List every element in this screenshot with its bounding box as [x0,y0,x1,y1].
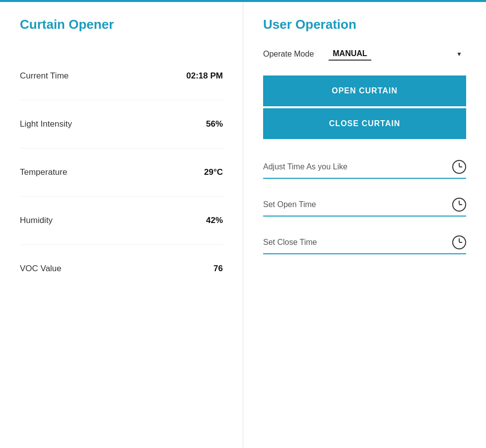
sensor-row: Temperature 29°C [20,149,223,197]
sensor-label: Humidity [20,216,53,225]
close-curtain-button[interactable]: CLOSE CURTAIN [263,108,466,139]
sensor-row: VOC Value 76 [20,245,223,293]
right-panel-title: User Operation [263,17,466,32]
operate-mode-row: Operate Mode MANUALAUTOTIMER [263,47,466,61]
time-input-row-1 [263,194,466,217]
sensor-value: 02:18 PM [186,71,223,81]
sensor-label: Current Time [20,71,69,81]
time-input-0[interactable] [263,160,452,173]
operate-mode-label: Operate Mode [263,50,314,59]
clock-icon-1[interactable] [452,198,466,212]
sensor-label: Temperature [20,167,67,177]
clock-icon-2[interactable] [452,235,466,249]
open-curtain-button[interactable]: OPEN CURTAIN [263,75,466,106]
curtain-buttons-group: OPEN CURTAIN CLOSE CURTAIN [263,75,466,141]
sensor-row: Light Intensity 56% [20,100,223,149]
operate-mode-select-wrapper[interactable]: MANUALAUTOTIMER [329,47,466,61]
left-panel-title: Curtain Opener [20,17,223,32]
clock-icon-0[interactable] [452,160,466,174]
time-input-2[interactable] [263,236,452,249]
sensor-label: VOC Value [20,264,62,274]
sensor-value: 56% [206,119,223,129]
time-input-row-2 [263,231,466,254]
operate-mode-select[interactable]: MANUALAUTOTIMER [329,47,371,61]
sensor-value: 42% [206,216,223,225]
sensor-row: Current Time 02:18 PM [20,52,223,100]
time-input-row-0 [263,156,466,179]
sensor-value: 29°C [204,167,223,177]
sensor-label: Light Intensity [20,119,72,129]
sensor-row: Humidity 42% [20,197,223,245]
right-panel: User Operation Operate Mode MANUALAUTOTI… [243,2,486,448]
left-panel: Curtain Opener Current Time 02:18 PM Lig… [0,2,243,448]
time-input-1[interactable] [263,198,452,211]
sensor-value: 76 [213,264,223,274]
